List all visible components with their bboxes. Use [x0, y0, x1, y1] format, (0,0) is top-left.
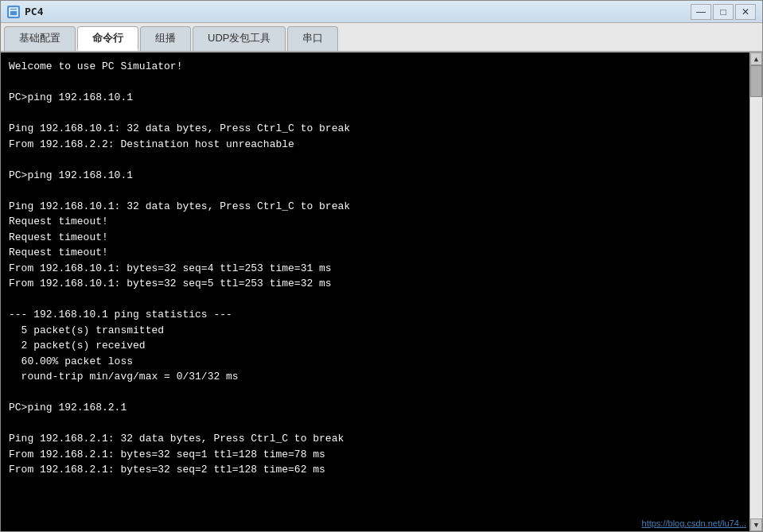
- tab-multicast[interactable]: 组播: [140, 26, 191, 51]
- maximize-button[interactable]: □: [713, 4, 734, 20]
- main-window: PC4 — □ ✕ 基础配置 命令行 组播 UDP发包工具 串口 Welcome…: [0, 0, 763, 532]
- scrollbar-track[interactable]: [750, 65, 762, 518]
- watermark-link[interactable]: https://blog.csdn.net/lu74...: [642, 518, 746, 528]
- tab-basic[interactable]: 基础配置: [4, 26, 76, 51]
- close-button[interactable]: ✕: [735, 4, 756, 20]
- window-controls: — □ ✕: [691, 4, 756, 20]
- minimize-button[interactable]: —: [691, 4, 711, 20]
- tab-bar: 基础配置 命令行 组播 UDP发包工具 串口: [1, 23, 762, 52]
- scrollbar: ▲ ▼: [749, 52, 762, 531]
- window-icon: [7, 6, 20, 18]
- tab-cmd[interactable]: 命令行: [77, 26, 138, 51]
- scrollbar-down-button[interactable]: ▼: [750, 518, 762, 531]
- terminal-container: Welcome to use PC Simulator! PC>ping 192…: [1, 52, 762, 531]
- svg-rect-0: [10, 8, 18, 16]
- scrollbar-up-button[interactable]: ▲: [750, 52, 762, 65]
- title-bar: PC4 — □ ✕: [1, 1, 762, 23]
- terminal-output[interactable]: Welcome to use PC Simulator! PC>ping 192…: [1, 52, 749, 531]
- tab-udp[interactable]: UDP发包工具: [193, 26, 286, 51]
- tab-serial[interactable]: 串口: [287, 26, 338, 51]
- scrollbar-thumb[interactable]: [750, 65, 762, 97]
- window-title: PC4: [25, 6, 691, 17]
